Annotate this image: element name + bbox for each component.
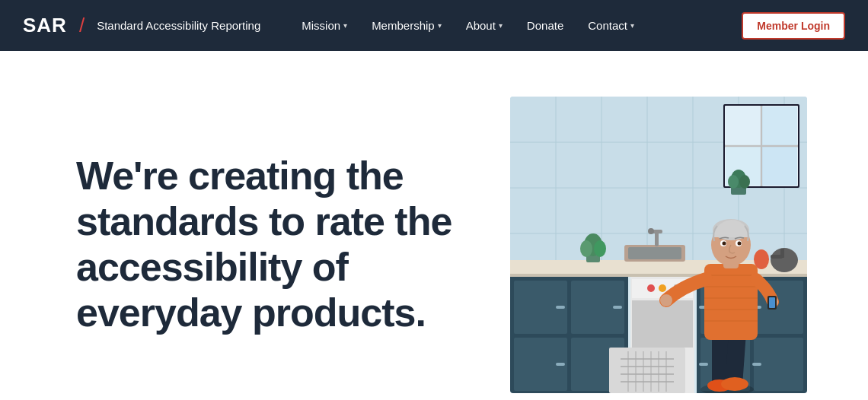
svg-rect-32	[613, 306, 622, 309]
hero-image	[510, 97, 807, 393]
svg-point-64	[648, 228, 654, 234]
svg-rect-33	[556, 363, 565, 366]
svg-point-85	[660, 294, 672, 306]
svg-point-67	[580, 240, 592, 257]
chevron-down-icon: ▾	[343, 21, 347, 30]
svg-rect-24	[510, 274, 807, 277]
nav-membership[interactable]: Membership ▾	[361, 13, 452, 38]
svg-point-21	[728, 175, 739, 189]
svg-rect-78	[722, 381, 746, 387]
svg-rect-31	[556, 306, 565, 309]
logo-tagline: Standard Accessibility Reporting	[97, 19, 260, 32]
nav-donate[interactable]: Donate	[516, 13, 574, 38]
logo-link[interactable]: SAR / Standard Accessibility Reporting	[23, 14, 260, 37]
logo-divider: /	[79, 14, 85, 37]
svg-rect-59	[632, 300, 693, 348]
chevron-down-icon: ▾	[438, 21, 442, 30]
svg-point-22	[739, 175, 750, 189]
hero-text-block: We're creating the standards to rate the…	[76, 154, 464, 335]
svg-point-68	[594, 240, 606, 257]
svg-point-56	[647, 284, 655, 292]
svg-rect-42	[752, 363, 761, 366]
nav-contact[interactable]: Contact ▾	[577, 13, 645, 38]
svg-point-93	[738, 242, 742, 246]
hero-section: We're creating the standards to rate the…	[0, 51, 868, 400]
nav-mission[interactable]: Mission ▾	[291, 13, 358, 38]
svg-rect-44	[609, 348, 685, 393]
svg-rect-95	[769, 297, 775, 308]
svg-rect-61	[628, 247, 681, 259]
svg-rect-18	[762, 147, 797, 186]
nav-about[interactable]: About ▾	[455, 13, 513, 38]
chevron-down-icon: ▾	[630, 21, 634, 30]
member-login-button[interactable]: Member Login	[742, 12, 845, 40]
svg-point-92	[723, 242, 726, 246]
svg-rect-41	[699, 363, 708, 366]
svg-rect-15	[726, 106, 761, 145]
hero-headline: We're creating the standards to rate the…	[76, 154, 464, 335]
svg-rect-71	[771, 255, 783, 259]
logo-sar: SAR	[23, 14, 67, 37]
chevron-down-icon: ▾	[499, 21, 503, 30]
svg-point-57	[659, 284, 666, 292]
nav-links: Mission ▾ Membership ▾ About ▾ Donate Co…	[291, 13, 742, 38]
svg-rect-16	[762, 106, 797, 145]
navbar: SAR / Standard Accessibility Reporting M…	[0, 0, 868, 51]
